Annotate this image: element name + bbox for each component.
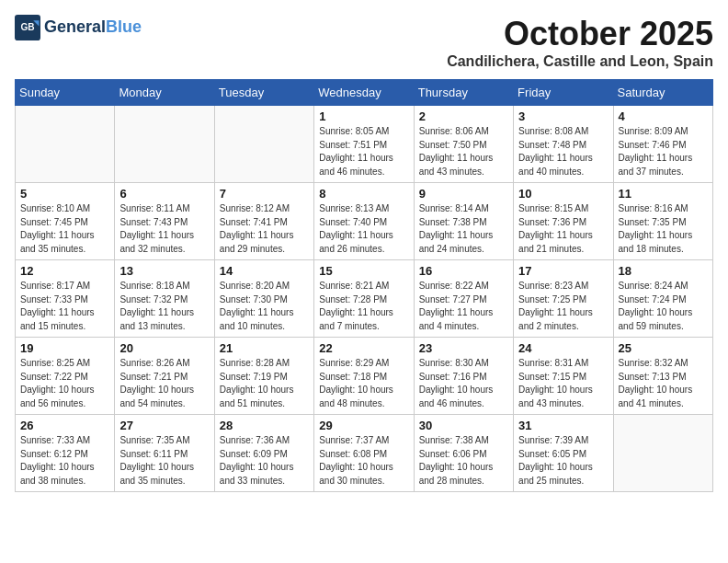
day-number: 30 <box>419 419 508 432</box>
day-info: Sunrise: 8:21 AMSunset: 7:28 PMDaylight:… <box>319 280 408 333</box>
day-number: 28 <box>220 419 309 432</box>
day-number: 2 <box>419 109 508 123</box>
day-number: 8 <box>319 187 408 201</box>
day-cell-6: 6Sunrise: 8:11 AMSunset: 7:43 PMDaylight… <box>115 183 214 260</box>
day-number: 9 <box>419 187 508 201</box>
day-info: Sunrise: 8:08 AMSunset: 7:48 PMDaylight:… <box>518 125 608 178</box>
day-info: Sunrise: 8:30 AMSunset: 7:16 PMDaylight:… <box>419 357 508 410</box>
day-info: Sunrise: 8:23 AMSunset: 7:25 PMDaylight:… <box>518 280 608 333</box>
day-number: 24 <box>518 341 608 355</box>
day-info: Sunrise: 8:10 AMSunset: 7:45 PMDaylight:… <box>20 202 109 256</box>
svg-text:GB: GB <box>20 22 34 32</box>
day-info: Sunrise: 8:09 AMSunset: 7:46 PMDaylight:… <box>619 125 708 178</box>
day-info: Sunrise: 8:14 AMSunset: 7:38 PMDaylight:… <box>419 202 508 256</box>
day-cell-3: 3Sunrise: 8:08 AMSunset: 7:48 PMDaylight… <box>514 106 613 183</box>
day-number: 12 <box>20 264 109 278</box>
day-cell-30: 30Sunrise: 7:38 AMSunset: 6:06 PMDayligh… <box>414 415 513 492</box>
day-number: 29 <box>319 419 408 432</box>
day-info: Sunrise: 8:13 AMSunset: 7:40 PMDaylight:… <box>319 202 408 256</box>
day-cell-18: 18Sunrise: 8:24 AMSunset: 7:24 PMDayligh… <box>613 260 712 338</box>
day-number: 31 <box>518 419 608 432</box>
day-cell-13: 13Sunrise: 8:18 AMSunset: 7:32 PMDayligh… <box>115 260 214 338</box>
day-info: Sunrise: 8:15 AMSunset: 7:36 PMDaylight:… <box>518 202 608 256</box>
day-cell-26: 26Sunrise: 7:33 AMSunset: 6:12 PMDayligh… <box>16 415 115 492</box>
day-cell-24: 24Sunrise: 8:31 AMSunset: 7:15 PMDayligh… <box>514 338 613 415</box>
day-number: 27 <box>119 419 209 432</box>
day-info: Sunrise: 8:28 AMSunset: 7:19 PMDaylight:… <box>220 357 309 410</box>
weekday-header-thursday: Thursday <box>414 80 513 106</box>
day-number: 21 <box>220 341 309 355</box>
day-cell-23: 23Sunrise: 8:30 AMSunset: 7:16 PMDayligh… <box>414 338 513 415</box>
day-info: Sunrise: 8:22 AMSunset: 7:27 PMDaylight:… <box>419 280 508 333</box>
calendar: SundayMondayTuesdayWednesdayThursdayFrid… <box>15 79 713 492</box>
day-info: Sunrise: 8:16 AMSunset: 7:35 PMDaylight:… <box>619 202 708 256</box>
day-number: 23 <box>419 341 508 355</box>
day-cell-22: 22Sunrise: 8:29 AMSunset: 7:18 PMDayligh… <box>314 338 414 415</box>
day-cell-12: 12Sunrise: 8:17 AMSunset: 7:33 PMDayligh… <box>16 260 115 338</box>
empty-cell <box>214 106 313 183</box>
day-number: 3 <box>518 109 608 123</box>
day-cell-29: 29Sunrise: 7:37 AMSunset: 6:08 PMDayligh… <box>314 415 414 492</box>
day-cell-2: 2Sunrise: 8:06 AMSunset: 7:50 PMDaylight… <box>414 106 513 183</box>
day-info: Sunrise: 7:33 AMSunset: 6:12 PMDaylight:… <box>20 434 109 488</box>
day-number: 17 <box>518 264 608 278</box>
empty-cell <box>613 415 712 492</box>
day-info: Sunrise: 8:12 AMSunset: 7:41 PMDaylight:… <box>220 202 309 256</box>
day-number: 26 <box>20 419 109 432</box>
day-cell-10: 10Sunrise: 8:15 AMSunset: 7:36 PMDayligh… <box>514 183 613 260</box>
day-cell-14: 14Sunrise: 8:20 AMSunset: 7:30 PMDayligh… <box>214 260 313 338</box>
day-info: Sunrise: 7:35 AMSunset: 6:11 PMDaylight:… <box>119 434 209 488</box>
day-info: Sunrise: 8:06 AMSunset: 7:50 PMDaylight:… <box>419 125 508 178</box>
logo: GB GeneralBlue <box>15 15 142 40</box>
day-info: Sunrise: 8:29 AMSunset: 7:18 PMDaylight:… <box>319 357 408 410</box>
month-title: October 2025 <box>447 15 713 53</box>
day-cell-27: 27Sunrise: 7:35 AMSunset: 6:11 PMDayligh… <box>115 415 214 492</box>
day-cell-15: 15Sunrise: 8:21 AMSunset: 7:28 PMDayligh… <box>314 260 414 338</box>
day-number: 16 <box>419 264 508 278</box>
day-info: Sunrise: 7:39 AMSunset: 6:05 PMDaylight:… <box>518 434 608 488</box>
location-title: Candilichera, Castille and Leon, Spain <box>447 53 713 70</box>
day-number: 11 <box>619 187 708 201</box>
day-number: 14 <box>220 264 309 278</box>
day-cell-17: 17Sunrise: 8:23 AMSunset: 7:25 PMDayligh… <box>514 260 613 338</box>
day-info: Sunrise: 8:26 AMSunset: 7:21 PMDaylight:… <box>119 357 209 410</box>
empty-cell <box>115 106 214 183</box>
day-cell-28: 28Sunrise: 7:36 AMSunset: 6:09 PMDayligh… <box>214 415 313 492</box>
day-info: Sunrise: 8:05 AMSunset: 7:51 PMDaylight:… <box>319 125 408 178</box>
day-info: Sunrise: 8:32 AMSunset: 7:13 PMDaylight:… <box>619 357 708 410</box>
day-info: Sunrise: 8:25 AMSunset: 7:22 PMDaylight:… <box>20 357 109 410</box>
weekday-header-friday: Friday <box>514 80 613 106</box>
weekday-header-tuesday: Tuesday <box>214 80 313 106</box>
weekday-header-sunday: Sunday <box>16 80 115 106</box>
day-info: Sunrise: 8:31 AMSunset: 7:15 PMDaylight:… <box>518 357 608 410</box>
weekday-header-monday: Monday <box>115 80 214 106</box>
day-cell-25: 25Sunrise: 8:32 AMSunset: 7:13 PMDayligh… <box>613 338 712 415</box>
day-number: 4 <box>619 109 708 123</box>
day-number: 15 <box>319 264 408 278</box>
day-number: 22 <box>319 341 408 355</box>
day-cell-7: 7Sunrise: 8:12 AMSunset: 7:41 PMDaylight… <box>214 183 313 260</box>
day-number: 10 <box>518 187 608 201</box>
day-cell-31: 31Sunrise: 7:39 AMSunset: 6:05 PMDayligh… <box>514 415 613 492</box>
day-info: Sunrise: 8:18 AMSunset: 7:32 PMDaylight:… <box>119 280 209 333</box>
day-info: Sunrise: 8:17 AMSunset: 7:33 PMDaylight:… <box>20 280 109 333</box>
day-cell-19: 19Sunrise: 8:25 AMSunset: 7:22 PMDayligh… <box>16 338 115 415</box>
day-number: 25 <box>619 341 708 355</box>
day-number: 13 <box>119 264 209 278</box>
day-cell-20: 20Sunrise: 8:26 AMSunset: 7:21 PMDayligh… <box>115 338 214 415</box>
day-number: 19 <box>20 341 109 355</box>
day-info: Sunrise: 8:11 AMSunset: 7:43 PMDaylight:… <box>119 202 209 256</box>
weekday-header-saturday: Saturday <box>613 80 712 106</box>
weekday-header-wednesday: Wednesday <box>314 80 414 106</box>
day-cell-21: 21Sunrise: 8:28 AMSunset: 7:19 PMDayligh… <box>214 338 313 415</box>
empty-cell <box>16 106 115 183</box>
day-info: Sunrise: 7:38 AMSunset: 6:06 PMDaylight:… <box>419 434 508 488</box>
day-number: 1 <box>319 109 408 123</box>
day-cell-16: 16Sunrise: 8:22 AMSunset: 7:27 PMDayligh… <box>414 260 513 338</box>
day-cell-11: 11Sunrise: 8:16 AMSunset: 7:35 PMDayligh… <box>613 183 712 260</box>
logo-line1: GeneralBlue <box>44 18 142 37</box>
day-cell-9: 9Sunrise: 8:14 AMSunset: 7:38 PMDaylight… <box>414 183 513 260</box>
logo-icon: GB <box>15 15 40 40</box>
day-number: 6 <box>119 187 209 201</box>
day-cell-5: 5Sunrise: 8:10 AMSunset: 7:45 PMDaylight… <box>16 183 115 260</box>
